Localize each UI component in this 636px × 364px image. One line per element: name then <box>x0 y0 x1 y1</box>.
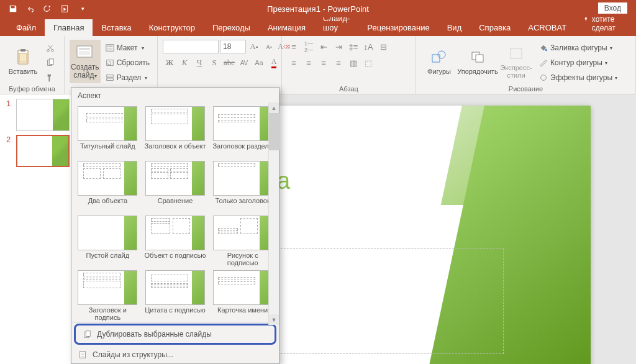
layout-button[interactable]: Макет▾ <box>103 41 152 55</box>
layout-option[interactable]: Цитата с подписью <box>144 270 207 321</box>
decrease-font-button[interactable]: A▾ <box>262 40 276 53</box>
shape-effects-button[interactable]: Эффекты фигуры▾ <box>537 71 620 84</box>
font-family-select[interactable] <box>163 40 219 53</box>
tab-файл[interactable]: Файл <box>7 19 45 36</box>
quick-styles-icon <box>506 44 526 63</box>
layout-thumb <box>78 216 137 250</box>
layout-thumb <box>78 106 137 141</box>
shape-fill-button[interactable]: Заливка фигуры▾ <box>537 41 620 55</box>
svg-rect-10 <box>79 51 90 55</box>
tab-вставка[interactable]: Вставка <box>93 19 140 36</box>
paste-button[interactable]: Вставить <box>5 40 41 83</box>
layout-option[interactable]: Карточка имени <box>211 270 274 321</box>
layout-option[interactable]: Заголовок и объект <box>144 106 207 157</box>
align-left-button[interactable]: ≡ <box>287 56 301 70</box>
font-size-select[interactable]: 18 <box>220 40 246 53</box>
align-center-button[interactable]: ≡ <box>302 56 316 70</box>
thumb-preview <box>16 99 70 131</box>
text-direction-button[interactable]: ↕A <box>361 40 375 53</box>
svg-rect-25 <box>86 331 90 337</box>
layout-thumb <box>78 270 137 305</box>
tab-рецензирование[interactable]: Рецензирование <box>358 19 438 36</box>
layout-option[interactable]: Титульный слайд <box>76 106 139 157</box>
decrease-indent-button[interactable]: ⇤ <box>317 40 330 53</box>
columns-button[interactable]: ▥ <box>347 56 360 70</box>
layout-option[interactable]: Заголовок раздела <box>211 106 274 157</box>
reset-button[interactable]: Сбросить <box>103 56 152 70</box>
svg-rect-17 <box>432 55 440 62</box>
align-text-button[interactable]: ⊟ <box>376 40 390 53</box>
smartart-button[interactable]: ⬚ <box>361 56 375 70</box>
scroll-down-icon[interactable]: ▼ <box>269 314 279 325</box>
increase-font-button[interactable]: A▴ <box>247 40 261 53</box>
new-slide-icon <box>75 43 95 62</box>
layout-scrollbar[interactable]: ▲ ▼ <box>268 102 279 325</box>
font-color-button[interactable]: A <box>267 56 281 70</box>
cut-button[interactable] <box>43 41 57 55</box>
tab-acrobat[interactable]: ACROBAT <box>519 19 575 36</box>
svg-rect-2 <box>20 49 25 52</box>
paste-label: Вставить <box>9 68 38 75</box>
tab-переходы[interactable]: Переходы <box>204 19 259 36</box>
layout-thumb <box>145 216 205 250</box>
copy-button[interactable] <box>43 56 57 70</box>
align-right-button[interactable]: ≡ <box>317 56 330 70</box>
undo-icon[interactable] <box>22 1 39 16</box>
layout-label: Объект с подписью <box>145 252 206 266</box>
slides-from-outline-action[interactable]: Слайды из структуры... <box>71 346 279 363</box>
layout-theme-label: Аспект <box>71 88 279 104</box>
svg-rect-21 <box>511 48 522 58</box>
section-button[interactable]: Раздел▾ <box>103 71 152 84</box>
sign-in-button[interactable]: Вход <box>598 2 627 14</box>
format-painter-button[interactable] <box>43 71 57 84</box>
layout-label: Заголовок раздела <box>212 142 272 157</box>
italic-button[interactable]: К <box>178 56 191 70</box>
fill-icon <box>539 43 548 52</box>
layout-option[interactable]: Пустой слайд <box>76 216 139 266</box>
scroll-up-icon[interactable]: ▲ <box>269 102 279 113</box>
scroll-thumb[interactable] <box>269 113 279 150</box>
svg-point-23 <box>541 75 547 81</box>
numbering-button[interactable]: 1—2— <box>302 40 316 53</box>
underline-button[interactable]: Ч <box>193 56 206 70</box>
layout-label: Пустой слайд <box>86 252 130 266</box>
layout-option[interactable]: Объект с подписью <box>144 216 207 266</box>
layout-option[interactable]: Только заголовок <box>211 161 274 212</box>
tab-справка[interactable]: Справка <box>470 19 519 36</box>
layout-thumb <box>145 106 205 141</box>
shadow-button[interactable]: S <box>207 56 221 70</box>
justify-button[interactable]: ≡ <box>332 56 345 70</box>
redo-icon[interactable] <box>40 1 56 16</box>
line-spacing-button[interactable]: ‡≡ <box>347 40 360 53</box>
shapes-icon <box>429 48 449 66</box>
new-slide-button[interactable]: Создать слайд▾ <box>70 40 101 83</box>
tab-конструктор[interactable]: Конструктор <box>140 19 204 36</box>
tab-главная[interactable]: Главная <box>45 19 93 36</box>
change-case-button[interactable]: Aa <box>252 56 266 70</box>
qat-customize-icon[interactable]: ▾ <box>75 1 91 16</box>
increase-indent-button[interactable]: ⇥ <box>332 40 345 53</box>
tab-вид[interactable]: Вид <box>438 19 471 36</box>
arrange-button[interactable]: Упорядочить <box>460 40 496 83</box>
quick-styles-button[interactable]: Экспресс-стили <box>498 40 534 83</box>
duplicate-slides-action[interactable]: Дублировать выбранные слайды <box>74 324 276 345</box>
new-slide-layout-gallery: Аспект Титульный слайдЗаголовок и объект… <box>71 87 279 364</box>
char-spacing-button[interactable]: AV <box>237 56 251 70</box>
layout-option[interactable]: Заголовок и подпись <box>76 270 139 321</box>
slide-thumb-1[interactable]: 1 <box>0 97 73 133</box>
bold-button[interactable]: Ж <box>163 56 176 70</box>
bullets-button[interactable]: ≡ <box>287 40 301 53</box>
start-from-beginning-icon[interactable] <box>57 1 73 16</box>
svg-rect-9 <box>79 48 90 50</box>
layout-label: Рисунок с подписью <box>211 252 274 266</box>
tab-анимация[interactable]: Анимация <box>259 19 314 36</box>
save-icon[interactable] <box>5 1 21 16</box>
section-icon <box>106 73 114 82</box>
layout-option[interactable]: Два объекта <box>76 161 139 212</box>
slide-thumb-2[interactable]: 2 <box>0 133 73 169</box>
strikethrough-button[interactable]: abc <box>222 56 236 70</box>
shape-outline-button[interactable]: Контур фигуры▾ <box>537 56 620 70</box>
layout-option[interactable]: Сравнение <box>144 161 207 212</box>
layout-option[interactable]: Рисунок с подписью <box>211 216 274 266</box>
shapes-button[interactable]: Фигуры <box>421 40 457 83</box>
